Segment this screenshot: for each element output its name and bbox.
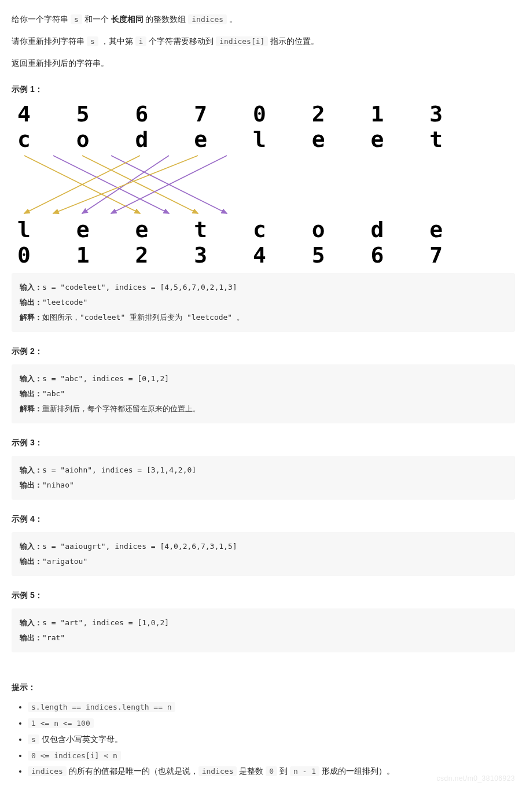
example-title: 示例 5： — [12, 589, 515, 603]
intro-line-3: 返回重新排列后的字符串。 — [12, 57, 515, 71]
example-code: 输入：s = "art", indices = [1,0,2] 输出："rat" — [12, 608, 515, 652]
diagram-arrows — [17, 153, 243, 217]
hints-title: 提示： — [12, 681, 515, 695]
svg-line-6 — [53, 156, 198, 213]
code-s: s — [71, 14, 82, 24]
intro-line-1: 给你一个字符串 s 和一个 长度相同 的整数数组 indices 。 — [12, 13, 515, 27]
diagram-bottom-indices: 0 1 2 3 4 5 6 7 — [17, 243, 515, 268]
intro-line-2: 请你重新排列字符串 s ，其中第 i 个字符需要移动到 indices[i] 指… — [12, 35, 515, 49]
example-code: 输入：s = "aiohn", indices = [3,1,4,2,0] 输出… — [12, 456, 515, 500]
hints-list: s.length == indices.length == n 1 <= n <… — [12, 700, 515, 778]
example-title: 示例 4： — [12, 512, 515, 526]
example-title: 示例 3： — [12, 436, 515, 450]
hint-item: s.length == indices.length == n — [28, 700, 515, 714]
diagram-top-indices: 4 5 6 7 0 2 1 3 — [17, 102, 515, 127]
svg-line-1 — [53, 156, 169, 213]
hint-item: 0 <= indices[i] < n — [28, 749, 515, 763]
example-title: 示例 1： — [12, 83, 515, 97]
shuffle-diagram: 4 5 6 7 0 2 1 3 c o d e l e e t — [17, 102, 515, 267]
hint-item: s 仅包含小写英文字母。 — [28, 733, 515, 747]
watermark: csdn.net/m0_38106923 — [437, 773, 515, 784]
example-code: 输入：s = "abc", indices = [0,1,2] 输出："abc"… — [12, 364, 515, 423]
svg-line-2 — [82, 156, 198, 213]
code-indices: indices — [188, 14, 227, 24]
hint-item: 1 <= n <= 100 — [28, 717, 515, 730]
example-code: 输入：s = "codeleet", indices = [4,5,6,7,0,… — [12, 273, 515, 332]
diagram-bottom-chars: l e e t c o d e — [17, 218, 515, 242]
example-code: 输入：s = "aaiougrt", indices = [4,0,2,6,7,… — [12, 532, 515, 576]
example-title: 示例 2： — [12, 345, 515, 359]
diagram-top-chars: c o d e l e e t — [17, 128, 515, 152]
